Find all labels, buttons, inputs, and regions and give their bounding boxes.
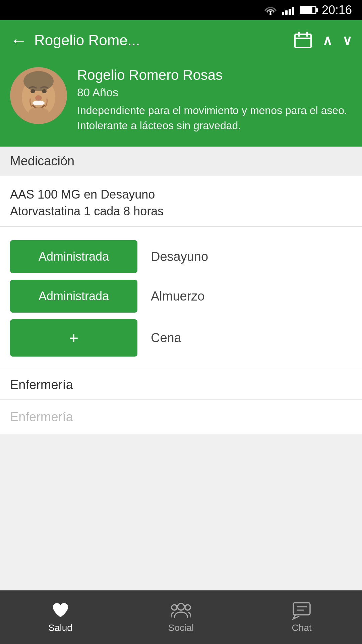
profile-info: Rogelio Romero Rosas 80 Años Independien… (77, 67, 352, 133)
main-content: Medicación AAS 100 MG en Desayuno Atorva… (0, 147, 362, 435)
meal-label-desayuno: Desayuno (151, 250, 208, 264)
status-icons: 20:16 (264, 3, 352, 17)
svg-point-8 (31, 89, 35, 93)
nav-label-chat: Chat (292, 623, 311, 633)
administrada-button-desayuno[interactable]: Administrada (10, 240, 137, 273)
nav-item-salud[interactable]: Salud (0, 601, 121, 633)
profile-age: 80 Años (77, 86, 352, 99)
medication-item-2: Atorvastatina 1 cada 8 horas (10, 203, 352, 220)
svg-point-12 (28, 107, 49, 117)
dose-section: Administrada Desayuno Administrada Almue… (0, 227, 362, 370)
svg-point-10 (35, 95, 42, 101)
chat-icon (292, 601, 311, 620)
calendar-icon[interactable] (294, 31, 312, 50)
nav-label-social: Social (168, 623, 194, 633)
heart-icon (51, 601, 70, 620)
svg-rect-1 (295, 34, 311, 48)
header-actions: ∧ ∨ (294, 31, 352, 50)
prev-arrow[interactable]: ∧ (322, 33, 332, 48)
dose-row-cena: + Cena (10, 319, 352, 357)
svg-point-14 (172, 605, 177, 610)
svg-point-11 (33, 101, 45, 105)
dose-row-desayuno: Administrada Desayuno (10, 240, 352, 273)
svg-point-0 (269, 13, 272, 15)
enfermeria-input[interactable]: Enfermería (0, 400, 362, 434)
next-arrow[interactable]: ∨ (342, 33, 352, 48)
status-bar: 20:16 (0, 0, 362, 20)
wifi-icon (264, 5, 277, 15)
profile-name: Rogelio Romero Rosas (77, 67, 352, 83)
avatar (10, 67, 67, 124)
svg-point-15 (185, 605, 190, 610)
signal-icon (282, 5, 294, 15)
medicacion-header: Medicación (0, 147, 362, 176)
medication-item-1: AAS 100 MG en Desayuno (10, 186, 352, 203)
meal-label-almuerzo: Almuerzo (151, 289, 205, 304)
social-icon (171, 601, 191, 620)
svg-point-7 (23, 71, 54, 91)
administrada-button-almuerzo[interactable]: Administrada (10, 280, 137, 313)
dose-row-almuerzo: Administrada Almuerzo (10, 280, 352, 313)
enfermeria-header: Enfermería (0, 370, 362, 400)
svg-point-13 (178, 603, 184, 610)
meal-label-cena: Cena (151, 331, 181, 345)
app-header: ← Rogelio Rome... ∧ ∨ (0, 20, 362, 60)
svg-rect-16 (293, 603, 310, 615)
nav-item-chat[interactable]: Chat (241, 601, 362, 633)
nav-label-salud: Salud (48, 623, 72, 633)
header-title: Rogelio Rome... (34, 32, 287, 49)
battery-icon (300, 6, 316, 14)
nav-item-social[interactable]: Social (121, 601, 241, 633)
medication-list: AAS 100 MG en Desayuno Atorvastatina 1 c… (0, 176, 362, 227)
back-button[interactable]: ← (10, 32, 27, 49)
svg-point-9 (42, 89, 47, 93)
add-button-cena[interactable]: + (10, 319, 137, 357)
profile-notes: Independiente para el movimiento y menos… (77, 103, 352, 133)
bottom-navigation: Salud Social Chat (0, 590, 362, 644)
profile-section: Rogelio Romero Rosas 80 Años Independien… (0, 60, 362, 147)
status-time: 20:16 (322, 3, 352, 17)
